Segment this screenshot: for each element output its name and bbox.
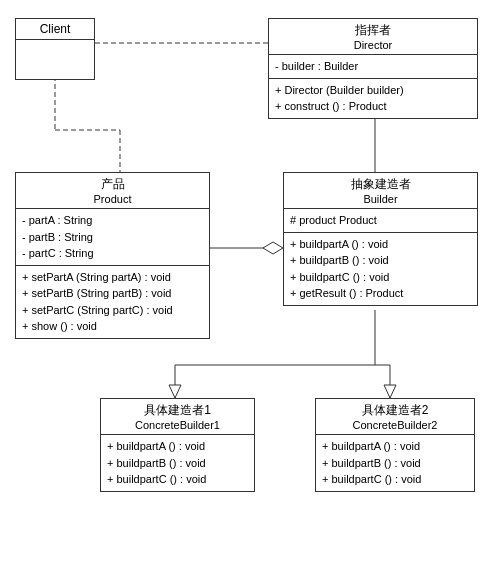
product-attr2: - partB : String xyxy=(22,229,203,246)
director-title-cn: 指挥者 xyxy=(274,22,472,39)
svg-marker-15 xyxy=(384,385,396,398)
builder-attr1: # product Product xyxy=(290,212,471,229)
builder-methods: + buildpartA () : void + buildpartB () :… xyxy=(284,233,477,305)
concrete2-method2: + buildpartB () : void xyxy=(322,455,468,472)
product-attr1: - partA : String xyxy=(22,212,203,229)
concrete1-method1: + buildpartA () : void xyxy=(107,438,248,455)
product-methods: + setPartA (String partA) : void + setPa… xyxy=(16,266,209,338)
svg-marker-12 xyxy=(169,385,181,398)
client-title: Client xyxy=(21,22,89,36)
director-attr1: - builder : Builder xyxy=(275,58,471,75)
concrete2-methods: + buildpartA () : void + buildpartB () :… xyxy=(316,435,474,491)
client-section1 xyxy=(16,40,94,79)
concrete1-method2: + buildpartB () : void xyxy=(107,455,248,472)
concrete2-title-cn: 具体建造者2 xyxy=(321,402,469,419)
concrete1-methods: + buildpartA () : void + buildpartB () :… xyxy=(101,435,254,491)
product-attr3: - partC : String xyxy=(22,245,203,262)
concrete2-method3: + buildpartC () : void xyxy=(322,471,468,488)
director-attributes: - builder : Builder xyxy=(269,55,477,79)
product-method4: + show () : void xyxy=(22,318,203,335)
concrete1-title-cn: 具体建造者1 xyxy=(106,402,249,419)
product-box: 产品 Product - partA : String - partB : St… xyxy=(15,172,210,339)
builder-method2: + buildpartB () : void xyxy=(290,252,471,269)
director-method1: + Director (Builder builder) xyxy=(275,82,471,99)
builder-method1: + buildpartA () : void xyxy=(290,236,471,253)
builder-title-cn: 抽象建造者 xyxy=(289,176,472,193)
product-title-cn: 产品 xyxy=(21,176,204,193)
client-box: Client xyxy=(15,18,95,80)
svg-marker-8 xyxy=(263,242,283,254)
product-attributes: - partA : String - partB : String - part… xyxy=(16,209,209,266)
product-method2: + setPartB (String partB) : void xyxy=(22,285,203,302)
concrete1-method3: + buildpartC () : void xyxy=(107,471,248,488)
builder-title-en: Builder xyxy=(289,193,472,205)
concrete-builder2-box: 具体建造者2 ConcreteBuilder2 + buildpartA () … xyxy=(315,398,475,492)
builder-method4: + getResult () : Product xyxy=(290,285,471,302)
concrete1-title-en: ConcreteBuilder1 xyxy=(106,419,249,431)
product-method3: + setPartC (String partC) : void xyxy=(22,302,203,319)
product-title-en: Product xyxy=(21,193,204,205)
concrete2-title-en: ConcreteBuilder2 xyxy=(321,419,469,431)
product-method1: + setPartA (String partA) : void xyxy=(22,269,203,286)
diagram-container: Client 指挥者 Director - builder : Builder … xyxy=(0,0,500,576)
builder-method3: + buildpartC () : void xyxy=(290,269,471,286)
director-box: 指挥者 Director - builder : Builder + Direc… xyxy=(268,18,478,119)
director-method2: + construct () : Product xyxy=(275,98,471,115)
builder-box: 抽象建造者 Builder # product Product + buildp… xyxy=(283,172,478,306)
director-methods: + Director (Builder builder) + construct… xyxy=(269,79,477,118)
builder-attributes: # product Product xyxy=(284,209,477,233)
concrete-builder1-box: 具体建造者1 ConcreteBuilder1 + buildpartA () … xyxy=(100,398,255,492)
director-title-en: Director xyxy=(274,39,472,51)
concrete2-method1: + buildpartA () : void xyxy=(322,438,468,455)
